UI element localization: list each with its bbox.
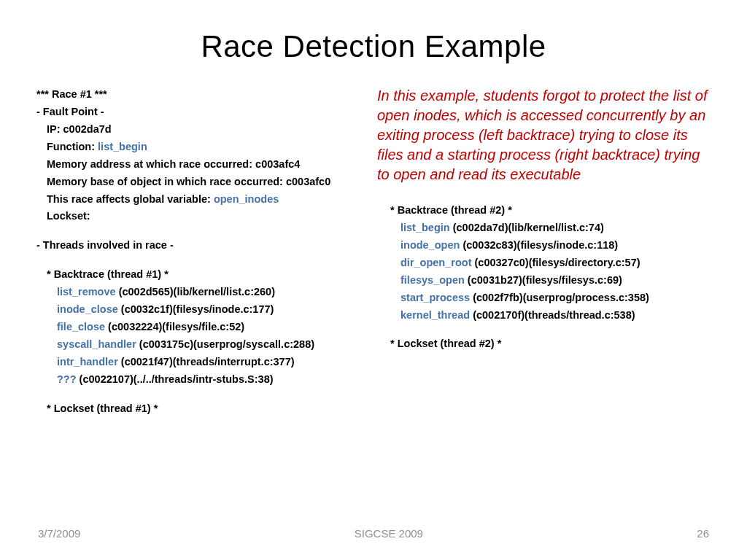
bt2-fn: start_process xyxy=(400,292,470,303)
bt2-rest: (c002170f)(threads/thread.c:538) xyxy=(470,309,635,321)
bt1-line: syscall_handler (c003175c)(userprog/sysc… xyxy=(36,336,370,354)
bt2-line: filesys_open (c0031b27)(filesys/filesys.… xyxy=(390,272,711,289)
bt1-fn: ??? xyxy=(57,373,77,385)
race-header: *** Race #1 *** xyxy=(36,86,370,104)
bt1-rest: (c0022107)(../../threads/intr-stubs.S:38… xyxy=(77,373,274,385)
bt1-rest: (c0032c1f)(filesys/inode.c:177) xyxy=(118,303,274,315)
bt2-rest: (c00327c0)(filesys/directory.c:57) xyxy=(471,257,640,268)
bt2-fn: dir_open_root xyxy=(400,257,471,268)
bt2-fn: inode_open xyxy=(400,239,460,251)
bt2-fn: filesys_open xyxy=(400,274,465,286)
mem-base-line: Memory base of object in which race occu… xyxy=(36,174,370,191)
bt1-rest: (c0032224)(filesys/file.c:52) xyxy=(105,321,244,332)
explanation-text: In this example, students forgot to prot… xyxy=(377,86,711,184)
function-line: Function: list_begin xyxy=(36,139,370,156)
lockset-line: Lockset: xyxy=(36,208,370,225)
backtrace1-header: * Backtrace (thread #1) * xyxy=(36,266,370,284)
footer-date: 3/7/2009 xyxy=(38,527,80,540)
bt2-line: dir_open_root (c00327c0)(filesys/directo… xyxy=(390,254,711,272)
bt1-fn: inode_close xyxy=(57,303,118,315)
footer-venue: SIGCSE 2009 xyxy=(80,527,697,540)
bt1-fn: list_remove xyxy=(57,286,116,298)
left-column: *** Race #1 *** - Fault Point - IP: c002… xyxy=(36,86,370,418)
lockset1-header: * Lockset (thread #1) * xyxy=(36,400,370,418)
bt1-rest: (c002d565)(lib/kernel/list.c:260) xyxy=(116,286,275,298)
bt1-rest: (c0021f47)(threads/interrupt.c:377) xyxy=(118,356,295,368)
global-name: open_inodes xyxy=(214,193,279,205)
bt2-line: kernel_thread (c002170f)(threads/thread.… xyxy=(390,307,711,324)
bt1-fn: intr_handler xyxy=(57,356,118,368)
bt2-line: list_begin (c002da7d)(lib/kernel/list.c:… xyxy=(390,219,711,237)
global-var-line: This race affects global variable: open_… xyxy=(36,191,370,209)
right-column: In this example, students forgot to prot… xyxy=(370,86,711,418)
bt2-line: inode_open (c0032c83)(filesys/inode.c:11… xyxy=(390,237,711,254)
backtrace2-header: * Backtrace (thread #2) * xyxy=(390,202,711,219)
bt1-line: ??? (c0022107)(../../threads/intr-stubs.… xyxy=(36,371,370,389)
bt2-rest: (c0032c83)(filesys/inode.c:118) xyxy=(460,239,618,251)
footer: 3/7/2009 SIGCSE 2009 26 xyxy=(0,527,747,540)
bt2-rest: (c002da7d)(lib/kernel/list.c:74) xyxy=(450,222,604,233)
bt2-rest: (c0031b27)(filesys/filesys.c:69) xyxy=(465,274,622,286)
bt1-rest: (c003175c)(userprog/syscall.c:288) xyxy=(136,338,314,350)
content-area: *** Race #1 *** - Fault Point - IP: c002… xyxy=(0,86,747,418)
function-name: list_begin xyxy=(98,141,147,152)
bt1-line: file_close (c0032224)(filesys/file.c:52) xyxy=(36,319,370,336)
bt2-fn: list_begin xyxy=(400,222,450,233)
bt2-rest: (c002f7fb)(userprog/process.c:358) xyxy=(470,292,649,303)
backtrace2-block: * Backtrace (thread #2) * list_begin (c0… xyxy=(377,202,711,353)
global-label: This race affects global variable: xyxy=(47,193,214,205)
bt2-line: start_process (c002f7fb)(userprog/proces… xyxy=(390,289,711,307)
bt1-fn: syscall_handler xyxy=(57,338,136,350)
footer-page: 26 xyxy=(697,527,709,540)
bt1-line: intr_handler (c0021f47)(threads/interrup… xyxy=(36,354,370,371)
function-label: Function: xyxy=(47,141,98,152)
fault-header: - Fault Point - xyxy=(36,104,370,121)
bt1-line: list_remove (c002d565)(lib/kernel/list.c… xyxy=(36,284,370,301)
lockset2-header: * Lockset (thread #2) * xyxy=(390,335,711,353)
bt1-line: inode_close (c0032c1f)(filesys/inode.c:1… xyxy=(36,301,370,319)
slide-title: Race Detection Example xyxy=(0,0,747,86)
threads-header: - Threads involved in race - xyxy=(36,237,370,254)
ip-line: IP: c002da7d xyxy=(36,121,370,139)
bt1-fn: file_close xyxy=(57,321,105,332)
bt2-fn: kernel_thread xyxy=(400,309,470,321)
mem-addr-line: Memory address at which race occurred: c… xyxy=(36,156,370,174)
